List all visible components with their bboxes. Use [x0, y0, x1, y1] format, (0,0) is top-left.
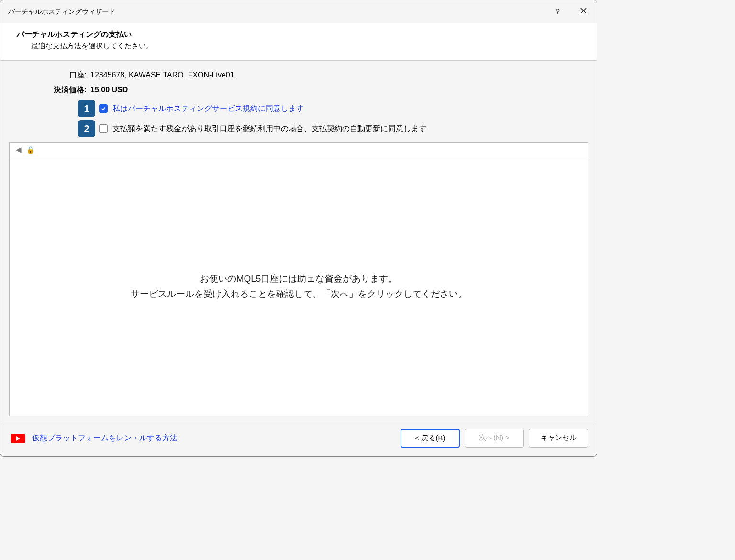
autorenew-row: 2 支払額を満たす残金があり取引口座を継続利用中の場合、支払契約の自動更新に同意…: [78, 120, 588, 137]
browser-content: お使いのMQL5口座には助ェな資金があります。 サービスルールを受け入れることを…: [10, 157, 588, 416]
footer: 仮想プラットフォームをレン・ルする方法 < 戻る(B) 次へ(N) > キャンセ…: [0, 421, 597, 456]
price-value: 15.00 USD: [90, 86, 128, 94]
account-value: 12345678, KAWASE TARO, FXON-Live01: [90, 71, 234, 79]
lock-icon: 🔒: [26, 146, 34, 154]
autorenew-checkbox[interactable]: [99, 124, 108, 133]
badge-2: 2: [78, 120, 95, 137]
header-title: バーチャルホスティングの支払い: [17, 30, 582, 40]
footer-left: 仮想プラットフォームをレン・ルする方法: [11, 433, 178, 443]
youtube-icon[interactable]: [11, 434, 25, 443]
back-icon[interactable]: ◀: [16, 145, 22, 154]
terms-row: 1 私はバーチャルホスティングサービス規約に同意します: [78, 100, 588, 117]
account-label: 口座:: [9, 70, 87, 80]
badge-1: 1: [78, 100, 95, 117]
wizard-header: バーチャルホスティングの支払い 最適な支払方法を選択してください。: [0, 23, 597, 61]
instruction-message: サービスルールを受け入れることを確認して、「次へ」をクリックしてください。: [131, 288, 467, 300]
wizard-dialog: バーチャルホスティングウィザード ? バーチャルホスティングの支払い 最適な支払…: [0, 0, 597, 457]
embedded-browser: ◀ 🔒 お使いのMQL5口座には助ェな資金があります。 サービスルールを受け入れ…: [9, 142, 588, 416]
cancel-button[interactable]: キャンセル: [529, 429, 588, 448]
help-link[interactable]: 仮想プラットフォームをレン・ルする方法: [32, 433, 178, 443]
price-row: 決済価格: 15.00 USD: [9, 85, 588, 95]
terms-checkbox[interactable]: [99, 104, 108, 113]
help-button[interactable]: ?: [552, 6, 564, 18]
account-row: 口座: 12345678, KAWASE TARO, FXON-Live01: [9, 70, 588, 80]
price-label: 決済価格:: [9, 85, 87, 95]
autorenew-label: 支払額を満たす残金があり取引口座を継続利用中の場合、支払契約の自動更新に同意しま…: [112, 124, 426, 134]
back-button[interactable]: < 戻る(B): [401, 429, 460, 448]
footer-buttons: < 戻る(B) 次へ(N) > キャンセル: [401, 429, 588, 448]
window-title: バーチャルホスティングウィザード: [8, 8, 115, 16]
browser-toolbar: ◀ 🔒: [10, 143, 588, 157]
terms-label[interactable]: 私はバーチャルホスティングサービス規約に同意します: [112, 104, 304, 114]
titlebar-buttons: ?: [552, 5, 591, 18]
content-area: 口座: 12345678, KAWASE TARO, FXON-Live01 決…: [0, 61, 597, 421]
funds-message: お使いのMQL5口座には助ェな資金があります。: [200, 273, 398, 285]
title-bar: バーチャルホスティングウィザード ?: [0, 0, 597, 23]
close-button[interactable]: [576, 5, 591, 18]
next-button: 次へ(N) >: [465, 429, 524, 448]
header-subtitle: 最適な支払方法を選択してください。: [31, 42, 582, 51]
